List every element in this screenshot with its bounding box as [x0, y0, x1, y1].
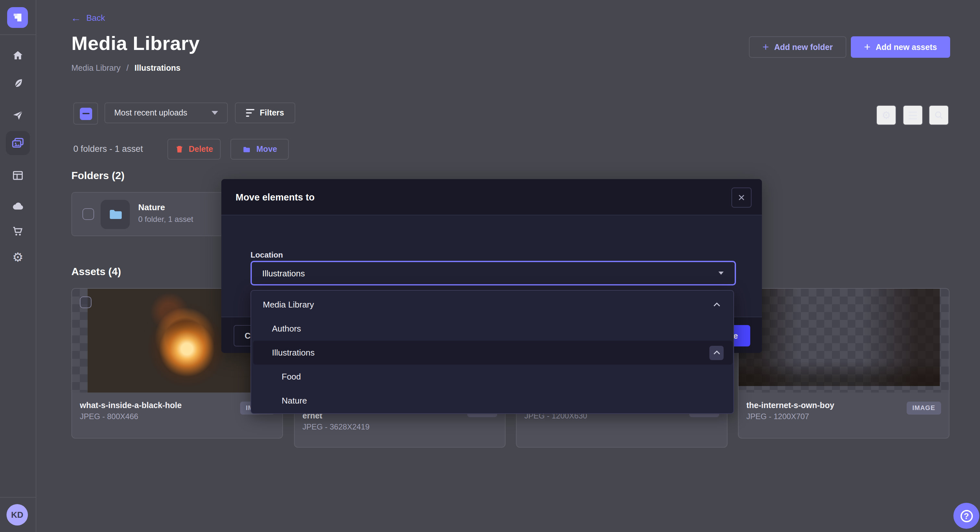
asset-type-badge: IMAGE — [906, 402, 941, 414]
breadcrumb-current: Illustrations — [134, 64, 180, 73]
add-new-assets-button[interactable]: + Add new assets — [851, 37, 950, 58]
strapi-logo[interactable] — [7, 7, 28, 28]
close-button[interactable] — [732, 187, 752, 208]
sort-select[interactable]: Most recent uploads — [105, 103, 228, 123]
settings-gear-icon[interactable]: ⚙ — [11, 251, 25, 264]
add-new-folder-button[interactable]: + Add new folder — [749, 37, 846, 58]
selection-summary: 0 folders - 1 asset — [73, 144, 143, 154]
folder-meta: 0 folder, 1 asset — [138, 215, 193, 224]
add-new-assets-label: Add new assets — [875, 43, 937, 52]
layout-icon[interactable] — [11, 169, 25, 182]
add-new-folder-label: Add new folder — [774, 43, 833, 52]
option-label: Nature — [253, 396, 733, 405]
cart-icon[interactable] — [11, 224, 25, 238]
option-food[interactable]: Food — [253, 365, 733, 389]
asset-meta: JPEG - 3628X2419 — [302, 422, 497, 433]
option-media-library[interactable]: Media Library — [253, 292, 733, 317]
page-title: Media Library — [72, 32, 200, 54]
media-library-page: ⚙ KD ← Back Media Library Media Library … — [0, 0, 980, 532]
location-value: Illustrations — [262, 268, 305, 278]
cloud-icon[interactable] — [11, 199, 25, 213]
gear-icon: ⚙ — [882, 109, 891, 121]
modal-title: Move elements to — [235, 192, 315, 202]
filters-label: Filters — [259, 108, 284, 118]
asset-caption: the-internet-s-own-boy JPEG - 1200X707 I… — [738, 392, 949, 422]
option-label: Illustrations — [253, 348, 710, 357]
avatar-initials: KD — [11, 510, 23, 520]
option-label: Media Library — [253, 300, 710, 310]
option-label: Authors — [253, 324, 733, 333]
folders-heading: Folders (2) — [72, 170, 125, 182]
breadcrumb-parent[interactable]: Media Library — [72, 64, 120, 73]
plus-icon: + — [864, 43, 871, 52]
sort-value: Most recent uploads — [114, 108, 187, 118]
move-button[interactable]: Move — [231, 139, 289, 160]
option-label: Food — [253, 372, 733, 381]
list-icon — [908, 111, 917, 119]
strapi-logo-glyph — [12, 12, 23, 23]
back-link[interactable]: ← Back — [71, 13, 105, 23]
help-button[interactable]: ? — [953, 503, 979, 529]
breadcrumb-separator: / — [126, 64, 129, 73]
sidebar-divider — [0, 497, 36, 498]
delete-label: Delete — [189, 145, 213, 154]
paper-plane-icon[interactable] — [11, 108, 25, 122]
sidebar-divider — [0, 34, 36, 35]
delete-button[interactable]: Delete — [167, 139, 221, 160]
search-icon — [934, 110, 943, 120]
search-button[interactable] — [929, 105, 949, 125]
avatar[interactable]: KD — [6, 504, 28, 526]
library-photo-shading — [738, 289, 940, 386]
folder-icon — [108, 208, 123, 221]
option-nature[interactable]: Nature — [253, 389, 733, 413]
sidebar: ⚙ KD — [0, 0, 37, 532]
chevron-up-icon[interactable] — [710, 345, 724, 360]
asset-checkbox[interactable] — [80, 297, 92, 308]
folder-thumbnail — [100, 200, 130, 229]
folder-icon — [242, 145, 251, 153]
question-mark-icon: ? — [960, 510, 972, 522]
option-authors[interactable]: Authors — [253, 317, 733, 341]
trash-icon — [175, 145, 183, 154]
assets-heading: Assets (4) — [72, 266, 121, 278]
filter-icon — [246, 109, 255, 117]
folder-checkbox[interactable] — [83, 208, 94, 220]
close-icon — [738, 194, 745, 201]
location-label: Location — [251, 251, 283, 259]
folder-name: Nature — [138, 202, 165, 212]
location-combobox[interactable]: Illustrations — [251, 261, 736, 286]
modal-header: Move elements to — [221, 179, 762, 215]
select-all-checkbox[interactable] — [73, 103, 98, 125]
list-view-button[interactable] — [903, 105, 923, 125]
back-arrow-icon: ← — [71, 14, 81, 22]
plus-icon: + — [763, 43, 769, 52]
asset-preview — [738, 289, 949, 392]
asset-card[interactable]: the-internet-s-own-boy JPEG - 1200X707 I… — [738, 288, 950, 438]
chevron-up-icon[interactable] — [710, 297, 724, 312]
indeterminate-checkbox-icon — [80, 107, 92, 120]
settings-icon-button[interactable]: ⚙ — [876, 105, 896, 125]
chevron-down-icon — [718, 272, 724, 275]
media-library-icon[interactable] — [6, 131, 30, 155]
option-illustrations[interactable]: Illustrations — [253, 341, 733, 365]
home-icon[interactable] — [11, 49, 25, 62]
move-label: Move — [256, 145, 277, 154]
back-label: Back — [86, 13, 105, 23]
feather-icon[interactable] — [11, 76, 25, 90]
chevron-down-icon — [212, 111, 218, 115]
location-dropdown: Media Library Authors Illustrations Food… — [251, 290, 734, 414]
breadcrumb: Media Library / Illustrations — [72, 64, 180, 73]
filters-button[interactable]: Filters — [235, 103, 295, 123]
